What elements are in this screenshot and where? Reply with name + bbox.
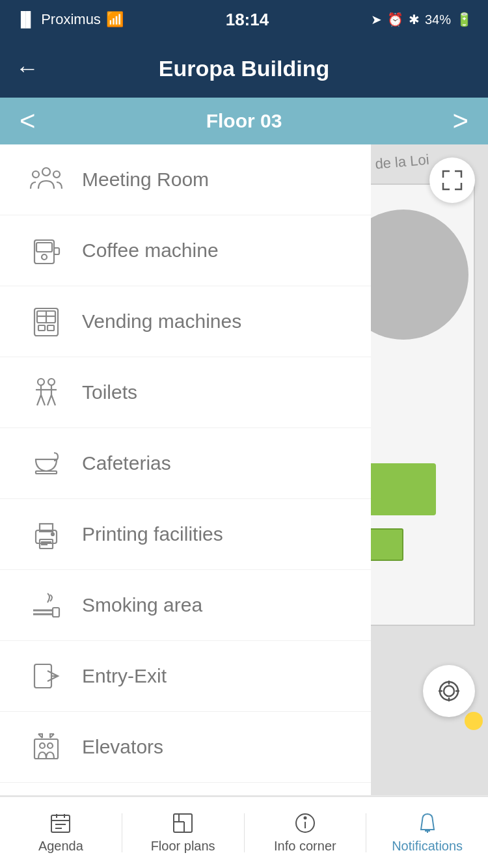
yellow-dot [465, 712, 483, 730]
svg-point-45 [47, 743, 53, 748]
battery-label: 34% [425, 12, 451, 27]
svg-point-44 [40, 743, 45, 748]
svg-point-19 [38, 379, 44, 385]
list-item[interactable]: Smoking area [0, 570, 371, 641]
location-active-icon: ➤ [371, 12, 382, 27]
location-target-icon [436, 678, 462, 704]
tab-notifications-label: Notifications [392, 839, 463, 854]
carrier-label: Proximus [41, 11, 101, 28]
list-item[interactable]: Entry-Exit [0, 641, 371, 712]
tab-info-corner[interactable]: Info corner [245, 797, 366, 868]
svg-point-7 [33, 171, 39, 178]
bluetooth-icon: ✱ [409, 12, 420, 27]
floor-plans-icon [171, 811, 195, 835]
printing-facilities-label: Printing facilities [82, 523, 223, 545]
svg-rect-10 [36, 243, 52, 252]
elevators-icon [23, 730, 69, 764]
svg-point-1 [440, 682, 458, 700]
svg-point-8 [53, 171, 60, 178]
coffee-machine-label: Coffee machine [82, 239, 219, 262]
bottom-tab-bar: Agenda Floor plans Info corner Notificat… [0, 796, 488, 868]
floor-label: Floor 03 [206, 110, 282, 132]
list-item[interactable]: Cafeterias [0, 428, 371, 499]
list-item[interactable]: Printing facilities [0, 499, 371, 570]
svg-line-24 [41, 395, 45, 405]
list-item[interactable]: Vending machines [0, 286, 371, 357]
tab-agenda-label: Agenda [38, 839, 83, 854]
list-item[interactable]: Toilets [0, 357, 371, 428]
svg-point-6 [42, 168, 50, 176]
tab-info-corner-label: Info corner [274, 839, 336, 854]
tab-notifications[interactable]: Notifications [366, 797, 488, 868]
toilets-icon [23, 375, 69, 409]
wifi-icon: 📶 [106, 11, 124, 28]
list-item[interactable]: Coffee machine [0, 215, 371, 286]
coffee-machine-icon [23, 234, 69, 267]
back-button[interactable]: ← [16, 55, 39, 82]
info-corner-icon [293, 811, 317, 835]
svg-rect-11 [54, 248, 59, 254]
facility-menu-panel: Meeting Room Coffee machine Vendin [0, 144, 371, 795]
expand-map-button[interactable] [429, 157, 475, 203]
printing-facilities-icon [23, 517, 69, 551]
meeting-room-label: Meeting Room [82, 169, 209, 191]
alarm-icon: ⏰ [387, 12, 403, 27]
svg-point-0 [444, 686, 454, 696]
page-title: Europa Building [159, 56, 330, 81]
vending-machines-label: Vending machines [82, 310, 241, 332]
tab-floor-plans-label: Floor plans [151, 839, 215, 854]
svg-point-36 [51, 533, 54, 536]
battery-icon: 🔋 [456, 12, 472, 27]
tab-agenda[interactable]: Agenda [0, 797, 122, 868]
svg-line-28 [51, 395, 55, 405]
vending-machines-icon [23, 305, 69, 338]
svg-line-23 [37, 395, 41, 405]
signal-icon: ▐▌ [16, 11, 36, 28]
expand-icon [441, 169, 464, 192]
svg-rect-39 [53, 608, 59, 617]
elevators-label: Elevators [82, 736, 163, 758]
floor-nav: < Floor 03 > [0, 98, 488, 144]
entry-exit-label: Entry-Exit [82, 665, 167, 687]
cafeterias-label: Cafeterias [82, 452, 171, 474]
smoking-area-icon [23, 588, 69, 622]
smoking-area-label: Smoking area [82, 594, 202, 616]
list-item[interactable]: Elevators [0, 712, 371, 783]
my-location-button[interactable] [423, 665, 475, 717]
entry-exit-icon [23, 659, 69, 693]
svg-rect-29 [36, 471, 57, 474]
floor-prev-button[interactable]: < [20, 105, 36, 137]
status-bar: ▐▌ Proximus 📶 18:14 ➤ ⏰ ✱ 34% 🔋 [0, 0, 488, 39]
list-item[interactable]: Meeting Room [0, 144, 371, 215]
tab-floor-plans[interactable]: Floor plans [122, 797, 244, 868]
status-right: ➤ ⏰ ✱ 34% 🔋 [371, 12, 472, 27]
svg-point-59 [304, 817, 306, 819]
status-time: 18:14 [226, 10, 269, 30]
app-header: ← Europa Building [0, 39, 488, 98]
meeting-room-icon [23, 163, 69, 197]
svg-line-27 [47, 395, 51, 405]
svg-rect-17 [38, 325, 45, 331]
notifications-icon [416, 811, 439, 835]
toilets-label: Toilets [82, 381, 137, 403]
svg-rect-53 [174, 814, 192, 832]
svg-point-20 [48, 379, 55, 385]
cafeterias-icon [23, 446, 69, 480]
svg-point-12 [42, 254, 47, 260]
status-left: ▐▌ Proximus 📶 [16, 11, 124, 28]
agenda-icon [49, 811, 72, 835]
floor-next-button[interactable]: > [452, 105, 468, 137]
svg-rect-18 [47, 325, 54, 331]
svg-rect-40 [34, 664, 51, 688]
